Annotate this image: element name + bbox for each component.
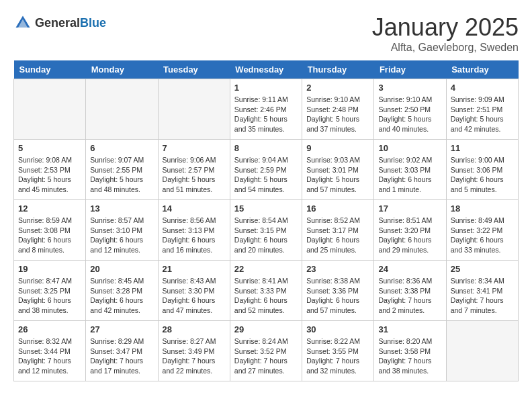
cell-info: Sunrise: 9:11 AM Sunset: 2:46 PM Dayligh…	[234, 95, 298, 134]
cell-info: Sunrise: 8:38 AM Sunset: 3:36 PM Dayligh…	[306, 276, 369, 316]
logo: GeneralBlue	[13, 13, 106, 32]
day-number: 19	[18, 264, 81, 274]
calendar-cell: 1Sunrise: 9:11 AM Sunset: 2:46 PM Daylig…	[230, 79, 302, 140]
cell-info: Sunrise: 8:43 AM Sunset: 3:30 PM Dayligh…	[163, 276, 226, 316]
day-number: 4	[451, 83, 514, 93]
calendar-week-row: 12Sunrise: 8:59 AM Sunset: 3:08 PM Dayli…	[14, 200, 519, 261]
calendar-cell: 18Sunrise: 8:49 AM Sunset: 3:22 PM Dayli…	[446, 200, 518, 261]
day-number: 30	[306, 324, 369, 334]
day-number: 15	[234, 203, 298, 214]
day-number: 21	[163, 264, 226, 274]
calendar-header-row: SundayMondayTuesdayWednesdayThursdayFrid…	[14, 60, 519, 79]
cell-info: Sunrise: 8:41 AM Sunset: 3:33 PM Dayligh…	[234, 276, 298, 316]
cell-info: Sunrise: 8:29 AM Sunset: 3:47 PM Dayligh…	[90, 336, 153, 376]
calendar-cell: 12Sunrise: 8:59 AM Sunset: 3:08 PM Dayli…	[14, 200, 86, 261]
page-header: GeneralBlue January 2025 Alfta, Gaevlebo…	[13, 13, 519, 54]
calendar-cell: 24Sunrise: 8:36 AM Sunset: 3:38 PM Dayli…	[374, 261, 446, 321]
cell-info: Sunrise: 8:52 AM Sunset: 3:17 PM Dayligh…	[306, 216, 369, 255]
day-number: 23	[306, 264, 369, 274]
cell-info: Sunrise: 8:20 AM Sunset: 3:58 PM Dayligh…	[378, 336, 441, 376]
day-number: 11	[451, 143, 514, 153]
day-number: 29	[234, 324, 298, 334]
day-number: 27	[90, 324, 153, 334]
day-number: 12	[18, 203, 81, 214]
calendar-cell	[86, 79, 158, 140]
calendar-cell: 22Sunrise: 8:41 AM Sunset: 3:33 PM Dayli…	[230, 261, 302, 321]
calendar-cell: 27Sunrise: 8:29 AM Sunset: 3:47 PM Dayli…	[86, 321, 158, 381]
day-number: 1	[234, 83, 298, 93]
cell-info: Sunrise: 9:00 AM Sunset: 3:06 PM Dayligh…	[451, 155, 514, 195]
day-number: 5	[18, 143, 81, 153]
day-number: 31	[378, 324, 441, 334]
day-number: 16	[306, 203, 369, 214]
day-of-week-header: Sunday	[14, 60, 86, 79]
day-of-week-header: Saturday	[446, 60, 518, 79]
calendar-cell: 11Sunrise: 9:00 AM Sunset: 3:06 PM Dayli…	[446, 140, 518, 200]
calendar-cell: 26Sunrise: 8:32 AM Sunset: 3:44 PM Dayli…	[14, 321, 86, 381]
day-number: 22	[234, 264, 298, 274]
calendar-cell: 4Sunrise: 9:09 AM Sunset: 2:51 PM Daylig…	[446, 79, 518, 140]
cell-info: Sunrise: 8:24 AM Sunset: 3:52 PM Dayligh…	[234, 336, 298, 376]
cell-info: Sunrise: 8:57 AM Sunset: 3:10 PM Dayligh…	[90, 216, 153, 255]
calendar-cell: 6Sunrise: 9:07 AM Sunset: 2:55 PM Daylig…	[86, 140, 158, 200]
day-number: 8	[234, 143, 298, 153]
day-of-week-header: Thursday	[302, 60, 374, 79]
day-number: 10	[378, 143, 441, 153]
day-number: 14	[163, 203, 226, 214]
cell-info: Sunrise: 9:07 AM Sunset: 2:55 PM Dayligh…	[90, 155, 153, 195]
calendar-cell: 5Sunrise: 9:08 AM Sunset: 2:53 PM Daylig…	[14, 140, 86, 200]
calendar-cell: 20Sunrise: 8:45 AM Sunset: 3:28 PM Dayli…	[86, 261, 158, 321]
calendar-cell: 8Sunrise: 9:04 AM Sunset: 2:59 PM Daylig…	[230, 140, 302, 200]
cell-info: Sunrise: 8:56 AM Sunset: 3:13 PM Dayligh…	[163, 216, 226, 255]
calendar-cell: 19Sunrise: 8:47 AM Sunset: 3:25 PM Dayli…	[14, 261, 86, 321]
cell-info: Sunrise: 8:49 AM Sunset: 3:22 PM Dayligh…	[451, 216, 514, 255]
calendar-cell: 25Sunrise: 8:34 AM Sunset: 3:41 PM Dayli…	[446, 261, 518, 321]
cell-info: Sunrise: 8:27 AM Sunset: 3:49 PM Dayligh…	[163, 336, 226, 376]
cell-info: Sunrise: 9:10 AM Sunset: 2:50 PM Dayligh…	[378, 95, 441, 134]
calendar-cell: 10Sunrise: 9:02 AM Sunset: 3:03 PM Dayli…	[374, 140, 446, 200]
title-block: January 2025 Alfta, Gaevleborg, Sweden	[372, 13, 519, 54]
day-number: 9	[306, 143, 369, 153]
calendar-cell: 15Sunrise: 8:54 AM Sunset: 3:15 PM Dayli…	[230, 200, 302, 261]
calendar-table: SundayMondayTuesdayWednesdayThursdayFrid…	[13, 60, 519, 381]
logo-text-blue: Blue	[80, 16, 106, 30]
cell-info: Sunrise: 8:45 AM Sunset: 3:28 PM Dayligh…	[90, 276, 153, 316]
calendar-cell: 30Sunrise: 8:22 AM Sunset: 3:55 PM Dayli…	[302, 321, 374, 381]
calendar-week-row: 1Sunrise: 9:11 AM Sunset: 2:46 PM Daylig…	[14, 79, 519, 140]
calendar-cell: 2Sunrise: 9:10 AM Sunset: 2:48 PM Daylig…	[302, 79, 374, 140]
calendar-cell: 23Sunrise: 8:38 AM Sunset: 3:36 PM Dayli…	[302, 261, 374, 321]
cell-info: Sunrise: 8:22 AM Sunset: 3:55 PM Dayligh…	[306, 336, 369, 376]
day-number: 2	[306, 83, 369, 93]
day-number: 13	[90, 203, 153, 214]
calendar-cell: 13Sunrise: 8:57 AM Sunset: 3:10 PM Dayli…	[86, 200, 158, 261]
cell-info: Sunrise: 8:51 AM Sunset: 3:20 PM Dayligh…	[378, 216, 441, 255]
logo-icon	[13, 13, 32, 32]
calendar-cell: 3Sunrise: 9:10 AM Sunset: 2:50 PM Daylig…	[374, 79, 446, 140]
calendar-cell: 21Sunrise: 8:43 AM Sunset: 3:30 PM Dayli…	[158, 261, 230, 321]
day-of-week-header: Friday	[374, 60, 446, 79]
cell-info: Sunrise: 9:09 AM Sunset: 2:51 PM Dayligh…	[451, 95, 514, 134]
cell-info: Sunrise: 8:59 AM Sunset: 3:08 PM Dayligh…	[18, 216, 81, 255]
calendar-cell: 7Sunrise: 9:06 AM Sunset: 2:57 PM Daylig…	[158, 140, 230, 200]
cell-info: Sunrise: 8:36 AM Sunset: 3:38 PM Dayligh…	[378, 276, 441, 316]
cell-info: Sunrise: 8:32 AM Sunset: 3:44 PM Dayligh…	[18, 336, 81, 376]
cell-info: Sunrise: 9:02 AM Sunset: 3:03 PM Dayligh…	[378, 155, 441, 195]
day-of-week-header: Wednesday	[230, 60, 302, 79]
cell-info: Sunrise: 8:34 AM Sunset: 3:41 PM Dayligh…	[451, 276, 514, 316]
day-number: 18	[451, 203, 514, 214]
calendar-cell	[446, 321, 518, 381]
cell-info: Sunrise: 9:03 AM Sunset: 3:01 PM Dayligh…	[306, 155, 369, 195]
day-of-week-header: Tuesday	[158, 60, 230, 79]
calendar-cell: 28Sunrise: 8:27 AM Sunset: 3:49 PM Dayli…	[158, 321, 230, 381]
calendar-cell: 16Sunrise: 8:52 AM Sunset: 3:17 PM Dayli…	[302, 200, 374, 261]
calendar-cell	[14, 79, 86, 140]
cell-info: Sunrise: 8:54 AM Sunset: 3:15 PM Dayligh…	[234, 216, 298, 255]
cell-info: Sunrise: 9:06 AM Sunset: 2:57 PM Dayligh…	[163, 155, 226, 195]
calendar-cell: 31Sunrise: 8:20 AM Sunset: 3:58 PM Dayli…	[374, 321, 446, 381]
day-number: 6	[90, 143, 153, 153]
cell-info: Sunrise: 9:08 AM Sunset: 2:53 PM Dayligh…	[18, 155, 81, 195]
day-number: 7	[163, 143, 226, 153]
calendar-week-row: 26Sunrise: 8:32 AM Sunset: 3:44 PM Dayli…	[14, 321, 519, 381]
cell-info: Sunrise: 9:10 AM Sunset: 2:48 PM Dayligh…	[306, 95, 369, 134]
cell-info: Sunrise: 8:47 AM Sunset: 3:25 PM Dayligh…	[18, 276, 81, 316]
